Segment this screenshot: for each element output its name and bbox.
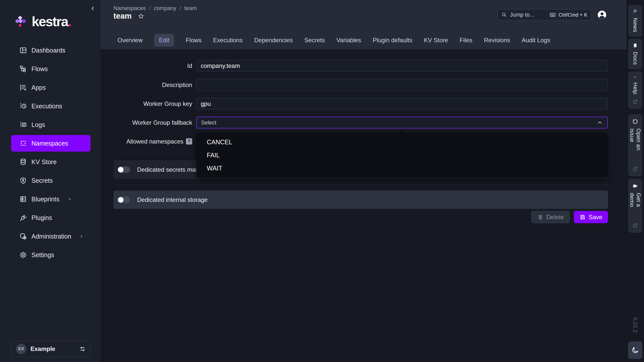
sidebar-item-plugins[interactable]: Plugins — [11, 209, 91, 226]
flows-icon — [19, 65, 27, 73]
sidebar-item-dashboards[interactable]: Dashboards — [11, 42, 91, 59]
video-icon — [632, 183, 638, 189]
select-placeholder: Select — [201, 119, 216, 126]
chevron-right-icon — [79, 234, 84, 239]
tab-variables[interactable]: Variables — [336, 37, 361, 44]
worker-group-key-input[interactable]: gpu — [196, 98, 608, 110]
sidebar-item-apps[interactable]: Apps — [11, 79, 91, 96]
sidebar-item-executions[interactable]: Executions — [11, 98, 91, 114]
tab-executions[interactable]: Executions — [213, 37, 243, 44]
sidebar-item-settings[interactable]: Settings — [11, 247, 91, 263]
theme-toggle-button[interactable] — [628, 341, 642, 359]
sidebar: kestra. Dashboards Flows Apps Executions — [0, 0, 101, 362]
tab-files[interactable]: Files — [460, 37, 472, 44]
gear-icon — [19, 251, 27, 259]
description-input[interactable] — [196, 79, 608, 91]
tab-dependencies[interactable]: Dependencies — [254, 37, 293, 44]
external-link-icon — [632, 223, 638, 228]
edit-form: Id company.team Description Worker Group… — [101, 49, 626, 362]
news-button[interactable]: News — [628, 5, 642, 36]
sidebar-item-label: Blueprints — [31, 196, 59, 203]
sidebar-item-administration[interactable]: Administration — [11, 228, 91, 245]
logs-icon — [19, 121, 27, 128]
sidebar-item-kv-store[interactable]: KV Store — [11, 154, 91, 170]
toggle-label: Dedicated secrets manag — [137, 166, 206, 173]
id-input[interactable]: company.team — [196, 60, 608, 72]
docs-button[interactable]: Docs — [628, 39, 642, 69]
breadcrumb: Namespaces / company / team — [113, 5, 197, 12]
top-header: Namespaces / company / team team Jump to… — [101, 0, 626, 49]
breadcrumb-team[interactable]: team — [184, 5, 197, 12]
id-label: Id — [101, 60, 192, 72]
tab-edit[interactable]: Edit — [154, 34, 174, 47]
sidebar-item-blueprints[interactable]: Blueprints — [11, 191, 91, 207]
tab-overview[interactable]: Overview — [117, 37, 143, 44]
sidebar-item-label: Logs — [31, 121, 45, 128]
moon-icon — [631, 346, 639, 354]
dedicated-secrets-manager-toggle[interactable] — [117, 166, 130, 173]
help-button[interactable]: Help — [628, 72, 642, 109]
sidebar-item-label: Secrets — [31, 177, 53, 184]
namespace-tabs: Overview Edit Flows Executions Dependenc… — [117, 34, 550, 47]
allowed-namespaces-label: Allowed namespaces ? — [101, 135, 192, 147]
search-placeholder: Jump to... — [510, 12, 546, 18]
tab-secrets[interactable]: Secrets — [304, 37, 325, 44]
breadcrumb-company[interactable]: company — [154, 5, 176, 12]
sidebar-collapse-icon[interactable] — [90, 6, 96, 11]
tab-revisions[interactable]: Revisions — [484, 37, 510, 44]
favorite-star-icon[interactable] — [138, 13, 144, 20]
sidebar-item-label: Flows — [31, 65, 48, 73]
docs-icon — [632, 43, 638, 48]
tab-kv-store[interactable]: KV Store — [424, 37, 448, 44]
version-label: 0.22.2 — [632, 317, 638, 333]
dedicated-internal-storage-toggle[interactable] — [117, 197, 130, 203]
sidebar-item-namespaces[interactable]: Namespaces — [11, 135, 91, 152]
sidebar-item-label: Settings — [31, 251, 54, 259]
sidebar-item-label: Plugins — [31, 214, 52, 221]
sidebar-item-label: Executions — [31, 103, 62, 110]
sidebar-item-secrets[interactable]: Secrets — [11, 172, 91, 189]
kestra-logo: kestra. — [15, 15, 71, 28]
save-button[interactable]: Save — [574, 211, 608, 223]
external-link-icon — [632, 99, 638, 104]
trash-icon — [537, 214, 543, 220]
tenant-name: Example — [30, 345, 75, 352]
worker-group-fallback-select[interactable]: Select — [196, 117, 608, 128]
tenant-selector[interactable]: EX Example — [11, 341, 91, 357]
chevron-right-icon — [67, 197, 72, 201]
dedicated-internal-storage-panel: Dedicated internal storage — [113, 191, 608, 209]
sidebar-item-logs[interactable]: Logs — [11, 116, 91, 133]
apps-icon — [19, 84, 27, 91]
executions-icon — [19, 102, 27, 110]
search-shortcut: Ctrl/Cmd + K — [549, 12, 587, 18]
option-fail[interactable]: FAIL — [196, 149, 608, 162]
delete-button[interactable]: Delete — [531, 211, 570, 223]
tab-flows[interactable]: Flows — [186, 37, 202, 44]
sidebar-item-flows[interactable]: Flows — [11, 61, 91, 77]
description-label: Description — [101, 79, 192, 91]
dropdown-notch — [399, 130, 405, 136]
switch-tenant-icon[interactable] — [79, 346, 86, 352]
dashboard-icon — [19, 47, 27, 54]
tenant-avatar: EX — [16, 344, 26, 354]
get-demo-button[interactable]: Get a demo — [628, 179, 642, 233]
namespaces-icon — [19, 140, 27, 147]
option-cancel[interactable]: CANCEL — [196, 135, 608, 149]
global-search[interactable]: Jump to... Ctrl/Cmd + K — [498, 9, 591, 20]
tab-plugin-defaults[interactable]: Plugin defaults — [373, 37, 412, 44]
kestra-wordmark: kestra. — [32, 15, 71, 28]
tab-audit-logs[interactable]: Audit Logs — [522, 37, 550, 44]
user-avatar[interactable] — [597, 10, 607, 20]
sidebar-item-label: Administration — [31, 233, 71, 240]
sidebar-item-label: Namespaces — [31, 140, 68, 147]
plug-icon — [19, 214, 27, 221]
news-icon — [632, 9, 638, 14]
sidebar-item-label: KV Store — [31, 158, 57, 166]
help-icon[interactable]: ? — [186, 138, 192, 145]
kestra-app: kestra. Dashboards Flows Apps Executions — [0, 0, 644, 362]
open-issue-button[interactable]: Open an Issue — [628, 114, 642, 176]
database-icon — [19, 158, 27, 166]
blueprints-icon — [19, 195, 27, 203]
breadcrumb-namespaces[interactable]: Namespaces — [113, 5, 146, 12]
option-wait[interactable]: WAIT — [196, 162, 608, 175]
